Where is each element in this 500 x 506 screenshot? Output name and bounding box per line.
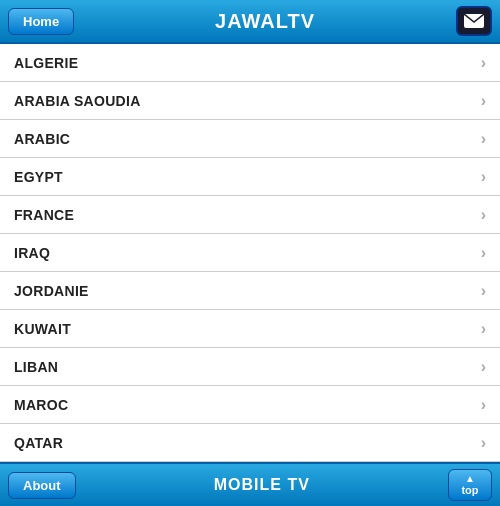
app-footer: About MOBILE TV ▲ top [0, 462, 500, 506]
list-item[interactable]: EGYPT › [0, 158, 500, 196]
chevron-right-icon: › [481, 206, 486, 224]
chevron-right-icon: › [481, 92, 486, 110]
list-item-label: MAROC [14, 397, 68, 413]
list-item[interactable]: ARABIC › [0, 120, 500, 158]
chevron-right-icon: › [481, 358, 486, 376]
mail-button[interactable] [456, 6, 492, 36]
about-button[interactable]: About [8, 472, 76, 499]
list-item-label: JORDANIE [14, 283, 89, 299]
list-item-label: KUWAIT [14, 321, 71, 337]
list-item-label: ALGERIE [14, 55, 78, 71]
chevron-right-icon: › [481, 320, 486, 338]
chevron-right-icon: › [481, 396, 486, 414]
list-item[interactable]: KUWAIT › [0, 310, 500, 348]
list-item[interactable]: ARABIA SAOUDIA › [0, 82, 500, 120]
list-item[interactable]: IRAQ › [0, 234, 500, 272]
chevron-right-icon: › [481, 244, 486, 262]
list-item-label: QATAR [14, 435, 63, 451]
mail-icon [464, 14, 484, 28]
list-item-label: FRANCE [14, 207, 74, 223]
list-item-label: EGYPT [14, 169, 63, 185]
chevron-right-icon: › [481, 282, 486, 300]
list-item-label: ARABIC [14, 131, 70, 147]
home-button[interactable]: Home [8, 8, 74, 35]
list-item[interactable]: JORDANIE › [0, 272, 500, 310]
list-item[interactable]: MAROC › [0, 386, 500, 424]
top-button[interactable]: ▲ top [448, 469, 492, 501]
list-item[interactable]: LIBAN › [0, 348, 500, 386]
app-header: Home JAWALTV [0, 0, 500, 44]
list-item[interactable]: FRANCE › [0, 196, 500, 234]
list-item-label: ARABIA SAOUDIA [14, 93, 141, 109]
chevron-right-icon: › [481, 168, 486, 186]
list-item[interactable]: QATAR › [0, 424, 500, 462]
list-item[interactable]: ALGERIE › [0, 44, 500, 82]
top-arrow-icon: ▲ [465, 474, 475, 484]
chevron-right-icon: › [481, 130, 486, 148]
list-item-label: IRAQ [14, 245, 50, 261]
footer-title: MOBILE TV [76, 476, 448, 494]
country-list: ALGERIE › ARABIA SAOUDIA › ARABIC › EGYP… [0, 44, 500, 462]
top-label: top [461, 485, 478, 496]
app-title: JAWALTV [74, 10, 456, 33]
chevron-right-icon: › [481, 54, 486, 72]
list-item-label: LIBAN [14, 359, 58, 375]
chevron-right-icon: › [481, 434, 486, 452]
